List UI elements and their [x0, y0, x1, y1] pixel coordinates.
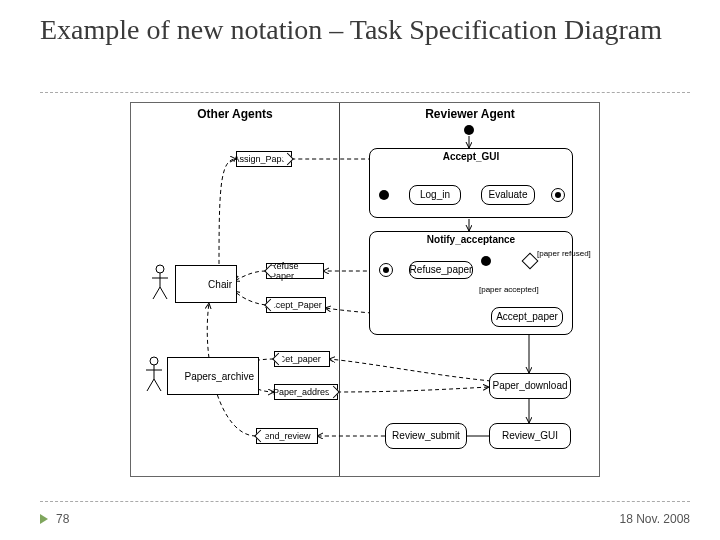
final-node-icon	[379, 263, 393, 277]
final-node-icon	[551, 188, 565, 202]
activity-review-gui: Review_GUI	[489, 423, 571, 449]
activity-evaluate: Evaluate	[481, 185, 535, 205]
activity-notify-acceptance-label: Notify_acceptance	[427, 235, 515, 246]
slide-title: Example of new notation – Task Specifica…	[40, 14, 680, 46]
guard-accepted: [paper accepted]	[479, 285, 539, 294]
task-specification-diagram: Other Agents Reviewer Agent	[130, 102, 600, 477]
activity-accept-gui-label: Accept_GUI	[443, 152, 500, 163]
msg-paper-address: Paper_address	[274, 384, 338, 400]
svg-point-19	[150, 357, 158, 365]
guard-refused: [paper refused]	[537, 249, 591, 258]
svg-line-23	[154, 379, 161, 391]
actor-papers-archive-label: Papers_archive	[185, 371, 254, 382]
msg-refuse-paper: Refuse Paper	[266, 263, 324, 279]
activity-paper-download: Paper_download	[489, 373, 571, 399]
svg-line-18	[160, 287, 167, 299]
actor-chair-label: Chair	[208, 279, 232, 290]
initial-node-icon	[379, 190, 389, 200]
initial-node-icon	[464, 125, 474, 135]
msg-send-review: Send_review	[256, 428, 318, 444]
triangle-bullet-icon	[40, 514, 48, 524]
divider-bottom	[40, 501, 690, 502]
footer-date: 18 Nov. 2008	[620, 512, 691, 526]
activity-refuse-paper: Refuse_paper	[409, 261, 473, 279]
stickman-icon	[149, 263, 171, 301]
initial-node-icon	[481, 256, 491, 266]
svg-point-14	[156, 265, 164, 273]
stickman-icon	[143, 355, 165, 393]
activity-accept-paper: Accept_paper	[491, 307, 563, 327]
svg-line-22	[147, 379, 154, 391]
activity-log-in: Log_in	[409, 185, 461, 205]
slide-footer: 78 18 Nov. 2008	[40, 512, 690, 526]
msg-accept-paper: Accept_Paper	[266, 297, 326, 313]
svg-line-17	[153, 287, 160, 299]
actor-chair: Chair	[175, 265, 237, 303]
msg-assign-paper: Assign_Paper	[236, 151, 292, 167]
msg-get-paper: Get_paper	[274, 351, 330, 367]
actor-papers-archive: Papers_archive	[167, 357, 259, 395]
activity-accept-gui: Accept_GUI	[369, 148, 573, 218]
page-number: 78	[56, 512, 69, 526]
activity-review-submit: Review_submit	[385, 423, 467, 449]
divider-top	[40, 92, 690, 93]
slide: Example of new notation – Task Specifica…	[0, 0, 720, 540]
